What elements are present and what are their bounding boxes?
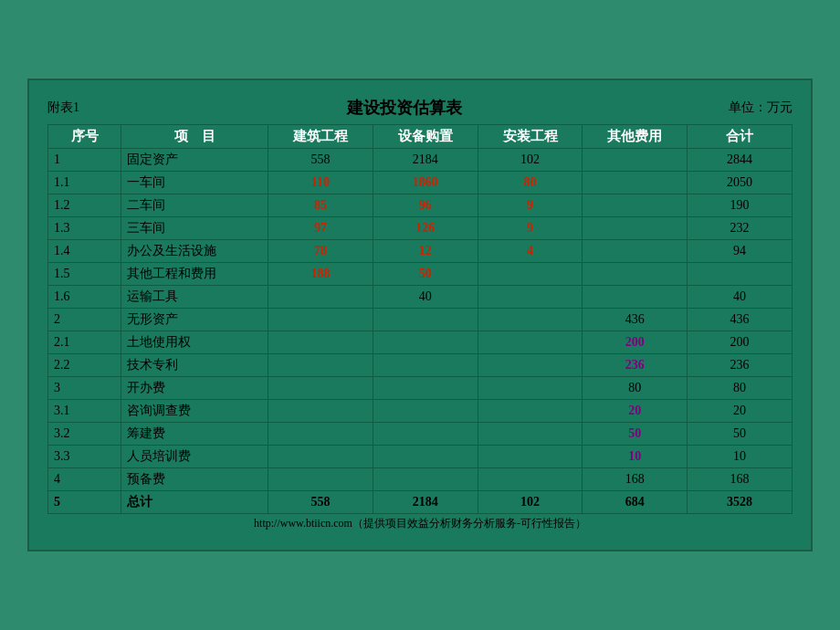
cell-shebei: [373, 400, 478, 423]
cell-heji: 190: [688, 194, 793, 217]
col-header-xuhao: 序号: [48, 125, 121, 149]
cell-qita: 684: [583, 491, 688, 514]
cell-heji: 2844: [688, 149, 793, 172]
cell-anzhuang: 9: [478, 194, 583, 217]
cell-xuhao: 1.5: [48, 263, 121, 286]
cell-heji: 50: [688, 423, 793, 446]
cell-shebei: 2184: [373, 491, 478, 514]
cell-xuhao: 1.1: [48, 172, 121, 194]
cell-xiang: 三车间: [121, 217, 268, 240]
cell-shebei: [373, 377, 478, 400]
table-row: 1.4办公及生活设施7812494: [48, 240, 793, 263]
cell-shebei: [373, 468, 478, 491]
cell-qita: 436: [583, 309, 688, 331]
cell-anzhuang: [478, 331, 583, 354]
cell-xiang: 土地使用权: [121, 331, 268, 354]
cell-jianzhu: [268, 377, 373, 400]
table-row: 3开办费8080: [48, 377, 793, 400]
cell-jianzhu: 78: [268, 240, 373, 263]
cell-anzhuang: [478, 309, 583, 331]
cell-xuhao: 1.2: [48, 194, 121, 217]
table-row: 4预备费168168: [48, 468, 793, 491]
table-row: 3.2筹建费5050: [48, 423, 793, 446]
cell-anzhuang: 102: [478, 149, 583, 172]
cell-heji: 40: [688, 286, 793, 309]
cell-anzhuang: 4: [478, 240, 583, 263]
cell-heji: 94: [688, 240, 793, 263]
cell-xiang: 咨询调查费: [121, 400, 268, 423]
table-unit: 单位：万元: [729, 100, 793, 116]
cell-shebei: [373, 309, 478, 331]
investment-table: 序号 项 目 建筑工程 设备购置 安装工程 其他费用 合计 1固定资产55821…: [47, 124, 793, 514]
cell-xiang: 一车间: [121, 172, 268, 194]
cell-xuhao: 4: [48, 468, 121, 491]
cell-xiang: 办公及生活设施: [121, 240, 268, 263]
cell-xiang: 其他工程和费用: [121, 263, 268, 286]
cell-xuhao: 3.1: [48, 400, 121, 423]
cell-jianzhu: 110: [268, 172, 373, 194]
main-container: 附表1 建设投资估算表 单位：万元 序号 项 目 建筑工程 设备购置 安装工程 …: [27, 79, 813, 551]
cell-qita: [583, 240, 688, 263]
table-row: 1.5其他工程和费用18850: [48, 263, 793, 286]
cell-xuhao: 1.6: [48, 286, 121, 309]
cell-xiang: 技术专利: [121, 354, 268, 377]
cell-xuhao: 1.3: [48, 217, 121, 240]
col-header-shebei: 设备购置: [373, 125, 478, 149]
cell-shebei: 126: [373, 217, 478, 240]
cell-jianzhu: 558: [268, 149, 373, 172]
table-row: 2.1土地使用权200200: [48, 331, 793, 354]
cell-xuhao: 2: [48, 309, 121, 331]
table-row: 1.1一车间1101860802050: [48, 172, 793, 194]
cell-jianzhu: 188: [268, 263, 373, 286]
table-row: 1.2二车间85969190: [48, 194, 793, 217]
cell-jianzhu: [268, 468, 373, 491]
cell-anzhuang: 102: [478, 491, 583, 514]
cell-jianzhu: [268, 354, 373, 377]
cell-anzhuang: 9: [478, 217, 583, 240]
cell-shebei: 12: [373, 240, 478, 263]
cell-xiang: 无形资产: [121, 309, 268, 331]
cell-qita: [583, 172, 688, 194]
cell-jianzhu: [268, 309, 373, 331]
cell-qita: [583, 194, 688, 217]
cell-heji: [688, 263, 793, 286]
cell-qita: 236: [583, 354, 688, 377]
table-header-row: 序号 项 目 建筑工程 设备购置 安装工程 其他费用 合计: [48, 125, 793, 149]
col-header-xiang: 项 目: [121, 125, 268, 149]
cell-shebei: [373, 423, 478, 446]
cell-xuhao: 1: [48, 149, 121, 172]
cell-anzhuang: 80: [478, 172, 583, 194]
cell-xiang: 固定资产: [121, 149, 268, 172]
cell-anzhuang: [478, 468, 583, 491]
cell-qita: 80: [583, 377, 688, 400]
cell-jianzhu: 97: [268, 217, 373, 240]
table-row: 3.1咨询调查费2020: [48, 400, 793, 423]
table-header: 附表1 建设投资估算表 单位：万元: [47, 97, 793, 119]
table-title: 建设投资估算表: [347, 97, 462, 119]
cell-xiang: 人员培训费: [121, 446, 268, 468]
table-tag: 附表1: [47, 100, 79, 116]
cell-shebei: 50: [373, 263, 478, 286]
cell-heji: 236: [688, 354, 793, 377]
cell-heji: 436: [688, 309, 793, 331]
cell-xiang: 开办费: [121, 377, 268, 400]
cell-xuhao: 2.1: [48, 331, 121, 354]
cell-xiang: 二车间: [121, 194, 268, 217]
cell-anzhuang: [478, 286, 583, 309]
cell-xuhao: 3.3: [48, 446, 121, 468]
cell-jianzhu: [268, 286, 373, 309]
cell-heji: 3528: [688, 491, 793, 514]
cell-heji: 168: [688, 468, 793, 491]
table-row: 5总计55821841026843528: [48, 491, 793, 514]
cell-qita: 10: [583, 446, 688, 468]
cell-heji: 232: [688, 217, 793, 240]
cell-xiang: 运输工具: [121, 286, 268, 309]
cell-shebei: [373, 446, 478, 468]
cell-heji: 2050: [688, 172, 793, 194]
cell-jianzhu: [268, 446, 373, 468]
cell-xuhao: 3: [48, 377, 121, 400]
footer-note: http://www.btiicn.com（提供项目效益分析财务分析服务-可行性…: [47, 516, 793, 531]
cell-shebei: 96: [373, 194, 478, 217]
cell-qita: [583, 263, 688, 286]
table-row: 1.6运输工具4040: [48, 286, 793, 309]
